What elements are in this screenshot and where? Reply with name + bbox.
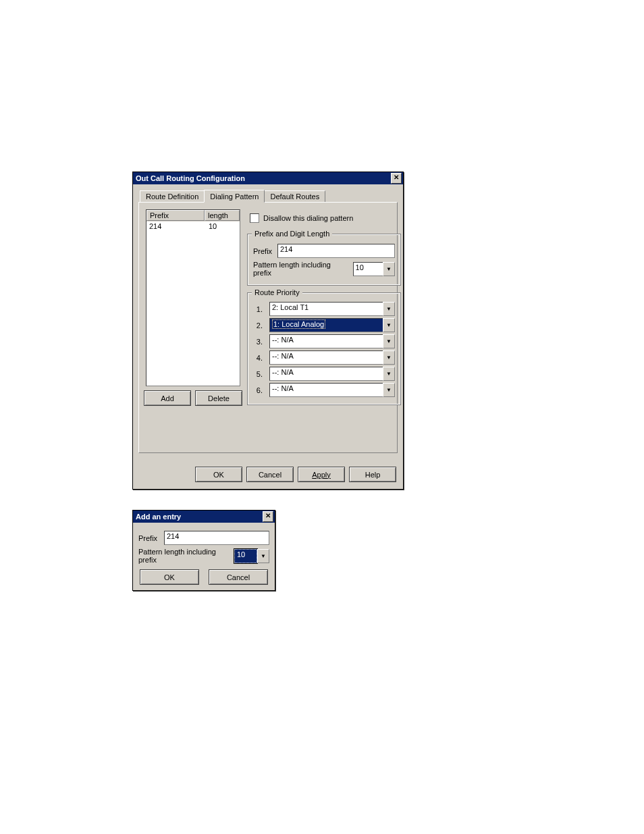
chevron-down-icon[interactable]: ▼ (383, 302, 395, 316)
chevron-down-icon[interactable]: ▼ (383, 350, 395, 365)
priority-num-5: 5. (253, 370, 263, 378)
prefix-input[interactable]: 214 (277, 244, 395, 258)
tabs: Route Definition Dialing Pattern Default… (140, 190, 398, 202)
add-pattern-length-combo[interactable]: 10 ▼ (234, 549, 269, 563)
chevron-down-icon[interactable]: ▼ (383, 262, 395, 276)
add-cancel-button[interactable]: Cancel (209, 569, 268, 585)
prefix-label: Prefix (253, 247, 273, 255)
priority-num-3: 3. (253, 338, 263, 346)
chevron-down-icon[interactable]: ▼ (383, 318, 395, 332)
footer-buttons: OK Cancel Apply Help (133, 460, 403, 489)
priority-value-2: 1: Local Analog (269, 318, 383, 332)
col-length-header[interactable]: length (205, 210, 240, 221)
route-priority-groupbox: Route Priority 1. 2: Local T1 ▼ 2. 1: Lo… (247, 292, 401, 405)
prefix-groupbox: Prefix and Digit Length Prefix 214 Patte… (247, 234, 401, 286)
delete-button[interactable]: Delete (195, 390, 242, 406)
col-prefix-header[interactable]: Prefix (146, 210, 205, 221)
tab-route-definition[interactable]: Route Definition (140, 190, 205, 202)
titlebar[interactable]: Out Call Routing Configuration ✕ (133, 172, 403, 184)
priority-select-5[interactable]: --: N/A ▼ (269, 367, 395, 381)
pattern-length-label: Pattern length including prefix (253, 261, 349, 277)
priority-select-1[interactable]: 2: Local T1 ▼ (269, 302, 395, 316)
cell-length: 10 (206, 221, 240, 231)
out-call-routing-dialog: Out Call Routing Configuration ✕ Route D… (132, 172, 404, 490)
disallow-checkbox[interactable] (250, 213, 259, 223)
close-icon[interactable]: ✕ (391, 173, 402, 184)
add-prefix-label: Prefix (138, 534, 160, 542)
add-entry-dialog: Add an entry ✕ Prefix 214 Pattern length… (132, 510, 275, 591)
chevron-down-icon[interactable]: ▼ (383, 383, 395, 397)
priority-num-4: 4. (253, 354, 263, 362)
titlebar[interactable]: Add an entry ✕ (133, 511, 275, 523)
priority-value-5: --: N/A (269, 367, 383, 381)
list-item[interactable]: 214 10 (146, 221, 240, 231)
route-priority-legend: Route Priority (252, 288, 302, 296)
help-button[interactable]: Help (349, 467, 396, 482)
close-icon[interactable]: ✕ (263, 511, 273, 522)
priority-value-4: --: N/A (269, 350, 383, 365)
add-button[interactable]: Add (144, 390, 191, 406)
prefix-legend: Prefix and Digit Length (252, 230, 332, 238)
priority-value-3: --: N/A (269, 334, 383, 348)
tab-dialing-pattern[interactable]: Dialing Pattern (204, 190, 265, 203)
add-pattern-length-value[interactable]: 10 (234, 549, 257, 563)
tab-default-routes[interactable]: Default Routes (264, 190, 325, 202)
title-text: Add an entry (136, 513, 181, 521)
pattern-length-value[interactable]: 10 (353, 262, 383, 276)
priority-num-6: 6. (253, 386, 263, 394)
apply-button[interactable]: Apply (298, 467, 345, 482)
add-ok-button[interactable]: OK (140, 569, 199, 585)
title-text: Out Call Routing Configuration (136, 174, 245, 182)
priority-select-2[interactable]: 1: Local Analog ▼ (269, 318, 395, 332)
add-prefix-input[interactable]: 214 (164, 531, 269, 545)
chevron-down-icon[interactable]: ▼ (383, 367, 395, 381)
priority-select-4[interactable]: --: N/A ▼ (269, 350, 395, 365)
pattern-list[interactable]: Prefix length 214 10 (146, 209, 240, 386)
chevron-down-icon[interactable]: ▼ (383, 334, 395, 348)
cancel-button[interactable]: Cancel (246, 467, 294, 482)
priority-num-1: 1. (253, 305, 263, 313)
pattern-length-combo[interactable]: 10 ▼ (353, 262, 395, 276)
cell-prefix: 214 (146, 221, 206, 231)
disallow-label: Disallow this dialing pattern (263, 214, 353, 222)
priority-select-3[interactable]: --: N/A ▼ (269, 334, 395, 348)
priority-value-6: --: N/A (269, 383, 383, 397)
priority-value-1: 2: Local T1 (269, 302, 383, 316)
chevron-down-icon[interactable]: ▼ (257, 549, 269, 563)
priority-select-6[interactable]: --: N/A ▼ (269, 383, 395, 397)
add-pattern-length-label: Pattern length including prefix (138, 548, 230, 564)
tab-panel: Prefix length 214 10 Add Delete D (138, 202, 398, 453)
priority-num-2: 2. (253, 321, 263, 330)
ok-button[interactable]: OK (195, 467, 242, 482)
